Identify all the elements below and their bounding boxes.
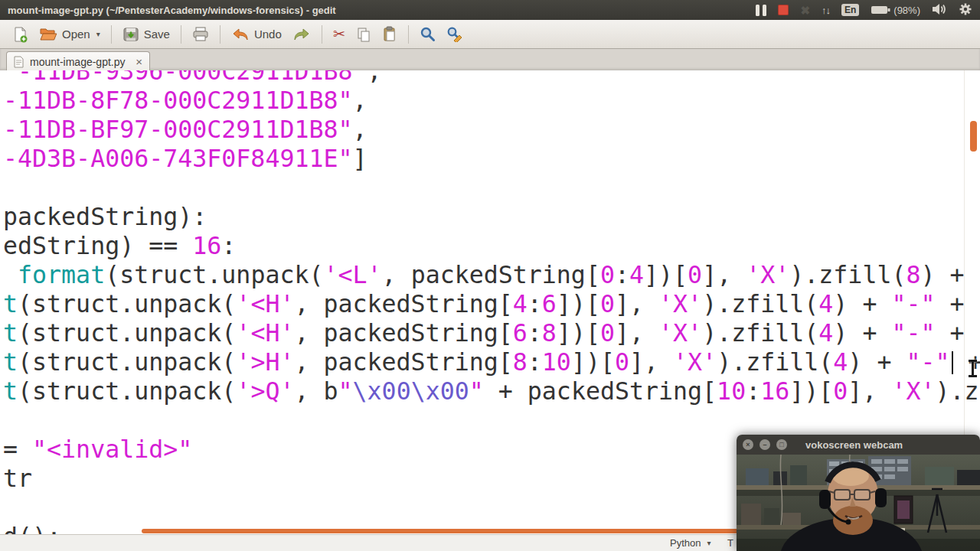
webcam-maximize-button[interactable]: □ <box>776 439 787 450</box>
open-button[interactable]: Open ▾ <box>34 24 106 44</box>
search-replace-icon <box>446 26 463 42</box>
tab-mount-image-gpt[interactable]: mount-image-gpt.py × <box>6 51 150 71</box>
volume-icon[interactable] <box>932 3 947 18</box>
settings-gear-icon[interactable] <box>959 2 972 18</box>
print-button[interactable] <box>187 24 214 44</box>
tab-close-icon[interactable]: × <box>136 56 142 67</box>
language-label: Python <box>670 537 701 549</box>
print-icon <box>192 27 209 42</box>
window-title: mount-image-gpt.py (~/PentesterAcademy/w… <box>8 5 336 16</box>
tab-strip: mount-image-gpt.py × <box>0 49 980 70</box>
code-line: -11DB-8F78-000C2911D1B8", <box>3 86 980 115</box>
code-line: t(struct.unpack('>Q', b"\x00\x00" + pack… <box>3 377 980 406</box>
undo-button[interactable]: Undo <box>226 24 287 44</box>
save-label: Save <box>144 28 170 41</box>
language-selector[interactable]: Python ▾ <box>670 537 711 549</box>
keyboard-layout-indicator[interactable]: En <box>841 4 859 16</box>
vertical-scrollbar-thumb[interactable] <box>970 121 977 152</box>
code-line: t(struct.unpack('<H', packedString[6:8])… <box>3 318 980 347</box>
webcam-video <box>737 455 980 551</box>
toolbar-separator <box>111 25 112 44</box>
network-arrows-icon[interactable]: ↑↓ <box>822 5 830 16</box>
battery-icon <box>871 5 890 15</box>
vokoscreen-tray-icon[interactable]: ✖ <box>800 5 810 16</box>
code-line: -11DB-9396-000C2911D1B8", <box>3 70 980 86</box>
webcam-minimize-button[interactable]: – <box>760 439 770 450</box>
webcam-title: vokoscreen webcam <box>805 439 903 451</box>
document-icon <box>14 56 24 68</box>
toolbar-separator <box>181 25 181 44</box>
language-dropdown-caret: ▾ <box>707 539 710 547</box>
code-line: edString) == 16: <box>3 231 980 260</box>
code-line: t(struct.unpack('<H', packedString[4:6])… <box>3 289 980 318</box>
webcam-close-button[interactable]: × <box>743 439 753 450</box>
code-line: packedString): <box>3 202 980 231</box>
replace-button[interactable] <box>441 24 469 44</box>
undo-arrow-icon <box>231 27 250 42</box>
save-button[interactable]: Save <box>117 24 175 45</box>
webcam-titlebar: × – □ vokoscreen webcam <box>737 435 980 455</box>
copy-button[interactable] <box>351 24 377 44</box>
redo-arrow-icon <box>292 27 311 42</box>
code-line <box>3 173 980 202</box>
code-line <box>3 406 980 435</box>
cut-button[interactable]: ✂ <box>328 23 351 45</box>
ibeam-mouse-cursor <box>968 360 978 377</box>
gedit-window: mount-image-gpt.py (~/PentesterAcademy/w… <box>0 0 980 551</box>
redo-button[interactable] <box>287 24 316 44</box>
find-button[interactable] <box>414 24 441 44</box>
tab-label: mount-image-gpt.py <box>30 56 126 68</box>
titlebar: mount-image-gpt.py (~/PentesterAcademy/w… <box>0 0 980 20</box>
paste-button[interactable] <box>377 24 403 44</box>
open-label: Open <box>62 28 90 41</box>
battery-percent: (98%) <box>893 5 920 16</box>
paste-icon <box>382 26 397 42</box>
toolbar-separator <box>322 25 322 44</box>
toolbar-separator <box>408 25 409 44</box>
system-tray: ✖ ↑↓ En (98%) <box>756 2 972 18</box>
code-line: -4D3B-A006-743F0F84911E"] <box>3 144 980 173</box>
recorder-pause-icon[interactable] <box>756 5 766 16</box>
tab-width-clipped-label: T <box>727 537 733 549</box>
open-dropdown-caret: ▾ <box>96 30 100 38</box>
code-line: t(struct.unpack('>H', packedString[8:10]… <box>3 347 980 377</box>
battery-indicator[interactable]: (98%) <box>871 5 920 16</box>
copy-icon <box>356 27 371 42</box>
recorder-stop-icon[interactable] <box>778 5 789 15</box>
code-line: format(struct.unpack('<L', packedString[… <box>3 260 980 289</box>
new-document-button[interactable] <box>6 24 34 45</box>
open-folder-icon <box>39 27 57 42</box>
save-icon <box>122 26 139 43</box>
code-line: -11DB-BF97-000C2911D1B8", <box>3 115 980 144</box>
undo-label: Undo <box>254 28 282 41</box>
toolbar: Open ▾ Save Undo ✂ <box>0 20 980 49</box>
scissors-icon: ✂ <box>333 25 345 43</box>
webcam-window[interactable]: × – □ vokoscreen webcam <box>737 435 980 551</box>
text-caret <box>952 351 953 374</box>
toolbar-separator <box>220 25 220 44</box>
search-icon <box>420 26 436 42</box>
